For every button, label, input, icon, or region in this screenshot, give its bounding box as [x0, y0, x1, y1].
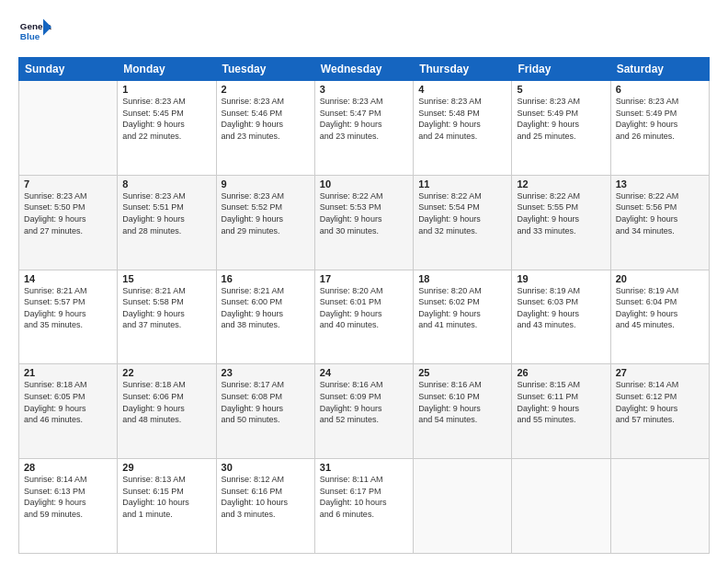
day-number: 16: [222, 273, 310, 284]
week-row-3: 14Sunrise: 8:21 AM Sunset: 5:57 PM Dayli…: [19, 270, 710, 364]
day-cell: 30Sunrise: 8:12 AM Sunset: 6:16 PM Dayli…: [216, 459, 314, 554]
day-number: 10: [320, 178, 408, 190]
day-cell: 29Sunrise: 8:13 AM Sunset: 6:15 PM Dayli…: [118, 459, 216, 554]
calendar-table: SundayMondayTuesdayWednesdayThursdayFrid…: [18, 57, 710, 554]
day-info: Sunrise: 8:20 AM Sunset: 6:02 PM Dayligh…: [418, 285, 506, 331]
day-info: Sunrise: 8:16 AM Sunset: 6:10 PM Dayligh…: [418, 379, 506, 425]
day-cell: 12Sunrise: 8:22 AM Sunset: 5:55 PM Dayli…: [512, 175, 610, 270]
day-number: 22: [122, 367, 210, 378]
week-row-2: 7Sunrise: 8:23 AM Sunset: 5:50 PM Daylig…: [19, 175, 710, 270]
day-cell: 23Sunrise: 8:17 AM Sunset: 6:08 PM Dayli…: [216, 364, 314, 459]
weekday-monday: Monday: [118, 58, 216, 81]
weekday-friday: Friday: [512, 58, 610, 81]
day-cell: 5Sunrise: 8:23 AM Sunset: 5:49 PM Daylig…: [512, 81, 610, 176]
day-cell: 24Sunrise: 8:16 AM Sunset: 6:09 PM Dayli…: [314, 364, 413, 459]
day-info: Sunrise: 8:23 AM Sunset: 5:46 PM Dayligh…: [222, 96, 310, 142]
day-cell: 8Sunrise: 8:23 AM Sunset: 5:51 PM Daylig…: [118, 175, 216, 270]
day-number: 3: [320, 84, 408, 95]
day-cell: 18Sunrise: 8:20 AM Sunset: 6:02 PM Dayli…: [414, 270, 512, 364]
day-number: 5: [517, 84, 605, 95]
day-cell: 13Sunrise: 8:22 AM Sunset: 5:56 PM Dayli…: [610, 175, 709, 270]
page: General Blue SundayMondayTuesdayWednesda…: [0, 0, 728, 563]
day-info: Sunrise: 8:18 AM Sunset: 6:05 PM Dayligh…: [24, 379, 112, 425]
day-number: 13: [616, 178, 704, 190]
day-cell: 16Sunrise: 8:21 AM Sunset: 6:00 PM Dayli…: [216, 270, 314, 364]
day-number: 7: [24, 178, 112, 190]
logo: General Blue: [18, 15, 55, 48]
day-info: Sunrise: 8:19 AM Sunset: 6:04 PM Dayligh…: [616, 285, 704, 331]
day-cell: [512, 459, 610, 554]
day-cell: 9Sunrise: 8:23 AM Sunset: 5:52 PM Daylig…: [216, 175, 314, 270]
week-row-5: 28Sunrise: 8:14 AM Sunset: 6:13 PM Dayli…: [19, 459, 710, 554]
day-cell: 2Sunrise: 8:23 AM Sunset: 5:46 PM Daylig…: [216, 81, 314, 176]
svg-text:Blue: Blue: [20, 31, 40, 41]
day-number: 27: [616, 367, 704, 378]
day-info: Sunrise: 8:20 AM Sunset: 6:01 PM Dayligh…: [320, 285, 408, 331]
day-info: Sunrise: 8:23 AM Sunset: 5:49 PM Dayligh…: [616, 96, 704, 142]
day-number: 19: [517, 273, 605, 284]
day-cell: 7Sunrise: 8:23 AM Sunset: 5:50 PM Daylig…: [19, 175, 118, 270]
day-number: 29: [122, 462, 210, 473]
day-cell: 27Sunrise: 8:14 AM Sunset: 6:12 PM Dayli…: [610, 364, 709, 459]
day-cell: 28Sunrise: 8:14 AM Sunset: 6:13 PM Dayli…: [19, 459, 118, 554]
day-number: 1: [122, 84, 210, 95]
weekday-sunday: Sunday: [19, 58, 118, 81]
day-cell: [19, 81, 118, 176]
day-info: Sunrise: 8:23 AM Sunset: 5:47 PM Dayligh…: [320, 96, 408, 142]
day-info: Sunrise: 8:21 AM Sunset: 5:57 PM Dayligh…: [24, 285, 112, 331]
day-cell: 6Sunrise: 8:23 AM Sunset: 5:49 PM Daylig…: [610, 81, 709, 176]
day-number: 14: [24, 273, 112, 284]
day-number: 12: [517, 178, 605, 190]
day-info: Sunrise: 8:23 AM Sunset: 5:49 PM Dayligh…: [517, 96, 605, 142]
week-row-1: 1Sunrise: 8:23 AM Sunset: 5:45 PM Daylig…: [19, 81, 710, 176]
day-number: 24: [320, 367, 408, 378]
day-cell: 22Sunrise: 8:18 AM Sunset: 6:06 PM Dayli…: [118, 364, 216, 459]
day-info: Sunrise: 8:23 AM Sunset: 5:45 PM Dayligh…: [122, 96, 210, 142]
day-cell: 4Sunrise: 8:23 AM Sunset: 5:48 PM Daylig…: [414, 81, 512, 176]
day-number: 8: [122, 178, 210, 190]
day-info: Sunrise: 8:14 AM Sunset: 6:12 PM Dayligh…: [616, 379, 704, 425]
weekday-saturday: Saturday: [610, 58, 709, 81]
day-cell: 21Sunrise: 8:18 AM Sunset: 6:05 PM Dayli…: [19, 364, 118, 459]
weekday-header-row: SundayMondayTuesdayWednesdayThursdayFrid…: [19, 58, 710, 81]
day-info: Sunrise: 8:22 AM Sunset: 5:53 PM Dayligh…: [320, 190, 408, 236]
weekday-wednesday: Wednesday: [314, 58, 413, 81]
day-cell: 19Sunrise: 8:19 AM Sunset: 6:03 PM Dayli…: [512, 270, 610, 364]
day-number: 2: [222, 84, 310, 95]
day-number: 25: [418, 367, 506, 378]
day-number: 11: [418, 178, 506, 190]
day-number: 4: [418, 84, 506, 95]
weekday-thursday: Thursday: [414, 58, 512, 81]
day-number: 26: [517, 367, 605, 378]
day-number: 9: [222, 178, 310, 190]
day-number: 31: [320, 462, 408, 473]
day-number: 17: [320, 273, 408, 284]
day-number: 23: [222, 367, 310, 378]
day-number: 6: [616, 84, 704, 95]
day-cell: 1Sunrise: 8:23 AM Sunset: 5:45 PM Daylig…: [118, 81, 216, 176]
day-cell: 31Sunrise: 8:11 AM Sunset: 6:17 PM Dayli…: [314, 459, 413, 554]
day-cell: 11Sunrise: 8:22 AM Sunset: 5:54 PM Dayli…: [414, 175, 512, 270]
day-info: Sunrise: 8:22 AM Sunset: 5:55 PM Dayligh…: [517, 190, 605, 236]
day-cell: 20Sunrise: 8:19 AM Sunset: 6:04 PM Dayli…: [610, 270, 709, 364]
day-info: Sunrise: 8:23 AM Sunset: 5:48 PM Dayligh…: [418, 96, 506, 142]
day-info: Sunrise: 8:23 AM Sunset: 5:52 PM Dayligh…: [222, 190, 310, 236]
week-row-4: 21Sunrise: 8:18 AM Sunset: 6:05 PM Dayli…: [19, 364, 710, 459]
day-info: Sunrise: 8:22 AM Sunset: 5:56 PM Dayligh…: [616, 190, 704, 236]
general-blue-icon: General Blue: [18, 15, 51, 48]
day-info: Sunrise: 8:17 AM Sunset: 6:08 PM Dayligh…: [222, 379, 310, 425]
day-number: 30: [222, 462, 310, 473]
day-number: 18: [418, 273, 506, 284]
weekday-tuesday: Tuesday: [216, 58, 314, 81]
day-cell: 17Sunrise: 8:20 AM Sunset: 6:01 PM Dayli…: [314, 270, 413, 364]
day-info: Sunrise: 8:14 AM Sunset: 6:13 PM Dayligh…: [24, 474, 112, 520]
day-info: Sunrise: 8:22 AM Sunset: 5:54 PM Dayligh…: [418, 190, 506, 236]
day-info: Sunrise: 8:12 AM Sunset: 6:16 PM Dayligh…: [222, 474, 310, 520]
day-cell: 14Sunrise: 8:21 AM Sunset: 5:57 PM Dayli…: [19, 270, 118, 364]
day-cell: [414, 459, 512, 554]
header: General Blue: [18, 15, 710, 48]
day-number: 15: [122, 273, 210, 284]
day-info: Sunrise: 8:18 AM Sunset: 6:06 PM Dayligh…: [122, 379, 210, 425]
day-cell: 3Sunrise: 8:23 AM Sunset: 5:47 PM Daylig…: [314, 81, 413, 176]
day-number: 21: [24, 367, 112, 378]
